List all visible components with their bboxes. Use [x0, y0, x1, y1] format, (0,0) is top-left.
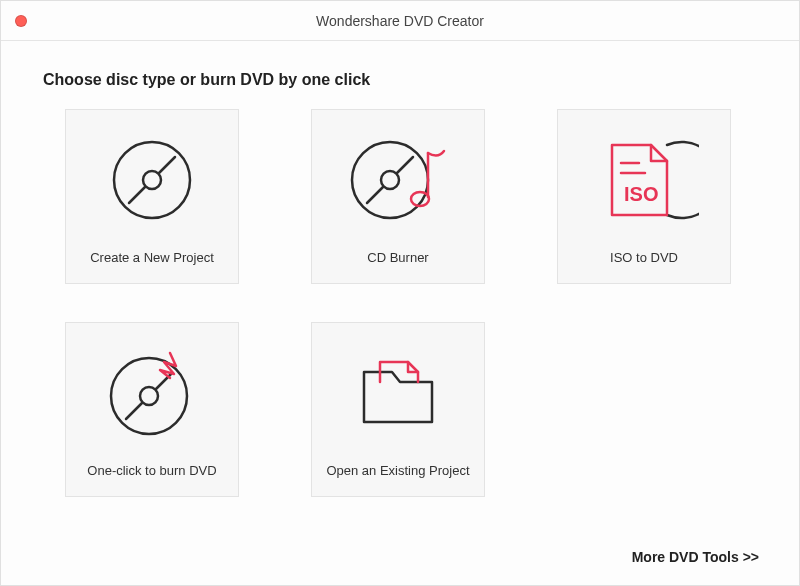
svg-text:ISO: ISO: [624, 183, 658, 205]
disc-music-icon: [312, 110, 484, 250]
iso-file-icon: ISO: [558, 110, 730, 250]
titlebar: Wondershare DVD Creator: [1, 1, 799, 41]
card-label: One-click to burn DVD: [87, 463, 216, 478]
card-label: ISO to DVD: [610, 250, 678, 265]
svg-line-6: [367, 187, 383, 203]
page-heading: Choose disc type or burn DVD by one clic…: [43, 71, 799, 89]
close-icon[interactable]: [15, 15, 27, 27]
more-dvd-tools-link[interactable]: More DVD Tools >>: [632, 549, 759, 565]
card-iso-to-dvd[interactable]: ISO ISO to DVD: [557, 109, 731, 284]
svg-line-2: [129, 187, 145, 203]
card-create-new-project[interactable]: Create a New Project: [65, 109, 239, 284]
svg-line-15: [156, 373, 172, 389]
disc-burn-icon: [66, 323, 238, 463]
folder-open-icon: [312, 323, 484, 463]
card-label: CD Burner: [367, 250, 428, 265]
svg-line-3: [159, 157, 175, 173]
options-grid: Create a New Project CD Burner: [65, 109, 799, 497]
svg-line-14: [126, 403, 142, 419]
card-label: Open an Existing Project: [326, 463, 469, 478]
svg-point-0: [114, 142, 190, 218]
card-cd-burner[interactable]: CD Burner: [311, 109, 485, 284]
svg-point-12: [111, 358, 187, 434]
card-label: Create a New Project: [90, 250, 214, 265]
svg-line-7: [397, 157, 413, 173]
disc-icon: [66, 110, 238, 250]
window-title: Wondershare DVD Creator: [1, 13, 799, 29]
card-one-click-burn[interactable]: One-click to burn DVD: [65, 322, 239, 497]
card-open-existing-project[interactable]: Open an Existing Project: [311, 322, 485, 497]
